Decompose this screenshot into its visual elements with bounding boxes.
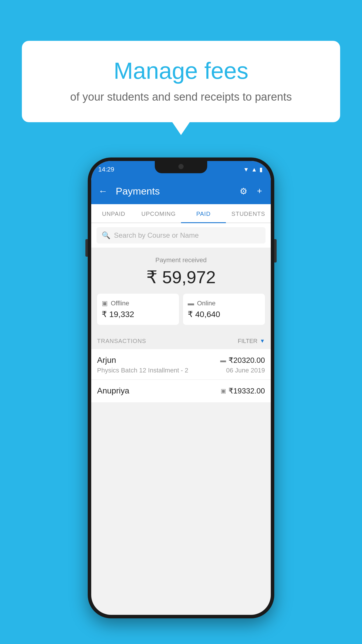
search-container: 🔍 Search by Course or Name xyxy=(91,223,271,248)
settings-button[interactable]: ⚙ xyxy=(238,185,249,197)
add-button[interactable]: + xyxy=(255,185,264,197)
transaction-date-1: 06 June 2019 xyxy=(226,367,265,374)
online-label: Online xyxy=(197,300,216,307)
transaction-desc-1: Physics Batch 12 Installment - 2 xyxy=(97,367,188,374)
back-button[interactable]: ← xyxy=(98,186,108,197)
transaction-type-icon-1: ▬ xyxy=(220,357,226,364)
tab-unpaid[interactable]: UNPAID xyxy=(91,204,136,223)
speech-bubble: Manage fees of your students and send re… xyxy=(22,41,340,122)
bubble-subtitle: of your students and send receipts to pa… xyxy=(39,91,323,103)
filter-label: FILTER xyxy=(238,338,257,344)
tab-students[interactable]: STUDENTS xyxy=(226,204,271,223)
camera xyxy=(178,164,184,169)
online-card: ▬ Online ₹ 40,640 xyxy=(183,294,265,325)
table-row[interactable]: Anupriya ▣ ₹19332.00 xyxy=(91,380,271,403)
phone-notch xyxy=(155,161,207,173)
app-bar: ← Payments ⚙ + xyxy=(91,178,271,204)
search-box[interactable]: 🔍 Search by Course or Name xyxy=(96,227,266,244)
transaction-name-2: Anupriya xyxy=(97,386,129,396)
transactions-label: TRANSACTIONS xyxy=(97,338,146,344)
payment-total-amount: ₹ 59,972 xyxy=(97,267,265,287)
tabs-bar: UNPAID UPCOMING PAID STUDENTS xyxy=(91,204,271,223)
transaction-top-1: Arjun ▬ ₹20320.00 xyxy=(97,356,265,365)
table-row[interactable]: Arjun ▬ ₹20320.00 Physics Batch 12 Insta… xyxy=(91,349,271,380)
filter-button[interactable]: FILTER ▼ xyxy=(238,338,265,344)
wifi-icon: ▼ xyxy=(243,166,249,173)
offline-label: Offline xyxy=(111,300,129,307)
transactions-header: TRANSACTIONS FILTER ▼ xyxy=(91,332,271,349)
phone-frame: 14:29 ▼ ▲ ▮ ← Payments ⚙ + UNPAID UPCOMI… xyxy=(88,158,274,618)
battery-icon: ▮ xyxy=(259,166,263,173)
online-amount: ₹ 40,640 xyxy=(188,309,220,319)
transaction-name-1: Arjun xyxy=(97,356,116,365)
search-icon: 🔍 xyxy=(102,231,110,239)
search-input[interactable]: Search by Course or Name xyxy=(114,231,199,239)
signal-icon: ▲ xyxy=(251,166,257,173)
filter-icon: ▼ xyxy=(260,338,265,344)
offline-card-header: ▣ Offline xyxy=(102,300,129,307)
transaction-amount-2: ₹19332.00 xyxy=(229,386,265,396)
side-button-right xyxy=(274,239,277,262)
status-time: 14:29 xyxy=(98,166,114,173)
transaction-amount-row-1: ▬ ₹20320.00 xyxy=(220,356,265,365)
payment-label: Payment received xyxy=(97,256,265,264)
payment-cards: ▣ Offline ₹ 19,332 ▬ Online ₹ 40,640 xyxy=(97,294,265,325)
payment-section: Payment received ₹ 59,972 ▣ Offline ₹ 19… xyxy=(91,248,271,332)
side-button-left xyxy=(85,239,88,257)
transaction-top-2: Anupriya ▣ ₹19332.00 xyxy=(97,386,265,396)
transaction-bottom-1: Physics Batch 12 Installment - 2 06 June… xyxy=(97,367,265,374)
offline-card: ▣ Offline ₹ 19,332 xyxy=(97,294,179,325)
status-icons: ▼ ▲ ▮ xyxy=(243,166,263,173)
app-bar-title: Payments xyxy=(116,186,232,197)
online-card-header: ▬ Online xyxy=(188,300,216,307)
offline-icon: ▣ xyxy=(102,300,108,307)
tab-upcoming[interactable]: UPCOMING xyxy=(136,204,181,223)
transaction-amount-1: ₹20320.00 xyxy=(229,356,265,365)
tab-paid[interactable]: PAID xyxy=(181,204,226,223)
transaction-type-icon-2: ▣ xyxy=(221,387,226,394)
bubble-title: Manage fees xyxy=(39,57,323,85)
online-icon: ▬ xyxy=(188,300,194,307)
transaction-amount-row-2: ▣ ₹19332.00 xyxy=(221,386,265,396)
offline-amount: ₹ 19,332 xyxy=(102,309,134,319)
phone-screen: 14:29 ▼ ▲ ▮ ← Payments ⚙ + UNPAID UPCOMI… xyxy=(91,161,271,615)
